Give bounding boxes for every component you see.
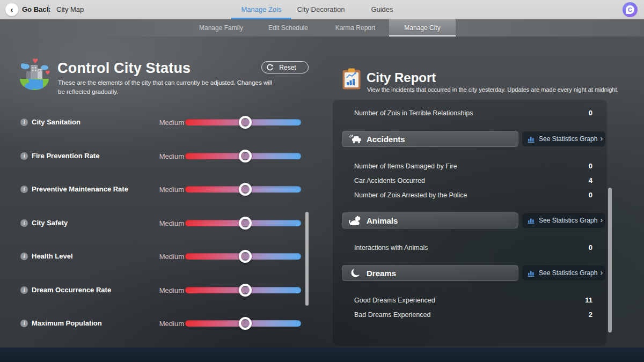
bar-chart-icon	[528, 217, 535, 224]
see-statistics-graph-label: See Statistics Graph	[539, 269, 597, 277]
chevron-right-icon: ›	[600, 216, 603, 225]
slider-track[interactable]	[185, 287, 301, 293]
chevron-right-icon: ›	[600, 269, 603, 277]
slider-label: Dream Occurrence Rate	[32, 286, 111, 294]
avatar[interactable]: C	[623, 2, 638, 17]
subtab-manage-city[interactable]: Manage City	[389, 19, 456, 36]
see-statistics-graph-button-accidents[interactable]: See Statistics Graph ›	[522, 131, 605, 146]
row-label: Good Dreams Experienced	[354, 297, 435, 304]
go-back-button[interactable]: ‹	[5, 3, 18, 16]
bar-chart-icon	[528, 136, 535, 143]
slider-label: Maximum Population	[32, 319, 102, 327]
bottom-bar	[0, 348, 644, 362]
slider-handle[interactable]	[239, 284, 252, 297]
slider-row: i Health Level Medium	[0, 248, 322, 264]
game-screen: ‹ Go Back City Map Manage Zois City Deco…	[0, 0, 644, 362]
slider-row: i Preventive Maintenance Rate Medium	[0, 181, 322, 197]
info-icon[interactable]: i	[20, 320, 28, 327]
report-row: Number of Zois Arrested by the Police0	[354, 188, 592, 202]
top-bar: ‹ Go Back City Map Manage Zois City Deco…	[0, 0, 644, 19]
section-title: Animals	[367, 216, 398, 225]
control-city-status-title: Control City Status	[57, 60, 191, 77]
slider-value: Medium	[133, 219, 184, 227]
slider-value: Medium	[133, 186, 184, 194]
slider-handle[interactable]	[239, 250, 252, 263]
info-icon[interactable]: i	[20, 219, 28, 227]
tab-guides[interactable]: Guides	[365, 0, 399, 19]
info-icon[interactable]: i	[20, 186, 28, 193]
slider-track[interactable]	[185, 253, 301, 260]
reset-icon	[267, 64, 274, 71]
see-statistics-graph-button-dreams[interactable]: See Statistics Graph ›	[522, 265, 605, 280]
report-row: Car Accidents Occurred4	[354, 173, 592, 188]
city-report-title: City Report	[367, 70, 436, 85]
section-title: Accidents	[367, 135, 405, 144]
car-crash-icon	[349, 134, 362, 144]
go-back-label[interactable]: Go Back	[22, 0, 50, 19]
dreams-rows: Good Dreams Experienced11Bad Dreams Expe…	[354, 293, 592, 322]
slider-track[interactable]	[185, 220, 301, 226]
accidents-rows: Number of Items Damaged by Fire0Car Acci…	[354, 159, 592, 202]
svg-text:♥: ♥	[45, 70, 50, 76]
info-icon[interactable]: i	[20, 119, 28, 126]
divider	[48, 5, 49, 14]
slider-handle[interactable]	[239, 217, 252, 230]
tab-manage-zois[interactable]: Manage Zois	[231, 0, 292, 19]
globe-city-icon: ♥ ♥	[18, 56, 50, 93]
report-row: Good Dreams Experienced11	[354, 293, 592, 307]
right-scrollbar[interactable]	[608, 188, 612, 333]
reset-label: Reset	[274, 64, 302, 71]
moon-icon	[349, 268, 362, 278]
chevron-right-icon: ›	[600, 135, 603, 143]
slider-track[interactable]	[185, 153, 301, 159]
svg-text:♥: ♥	[32, 57, 38, 65]
see-statistics-graph-button-animals[interactable]: See Statistics Graph ›	[522, 213, 605, 228]
info-icon[interactable]: i	[20, 253, 28, 260]
row-value: 2	[589, 311, 592, 319]
see-statistics-graph-label: See Statistics Graph	[539, 217, 597, 224]
section-header-dreams: Dreams	[342, 265, 518, 281]
cat-icon	[349, 215, 362, 226]
slider-label: City Sanitation	[32, 118, 80, 126]
info-icon[interactable]: i	[20, 286, 28, 294]
slider-value: Medium	[133, 119, 184, 127]
row-label: Number of Zois Arrested by the Police	[354, 191, 467, 199]
reset-button[interactable]: Reset	[261, 61, 309, 73]
slider-label: Preventive Maintenance Rate	[32, 185, 128, 193]
report-row: Number of Items Damaged by Fire0	[354, 159, 592, 173]
see-statistics-graph-label: See Statistics Graph	[539, 135, 597, 143]
slider-label: Fire Prevention Rate	[32, 152, 99, 160]
city-report-description: View the incidents that occurred in the …	[367, 86, 619, 93]
slider-value: Medium	[133, 320, 184, 328]
row-label: Bad Dreams Experienced	[354, 311, 430, 319]
slider-value: Medium	[133, 286, 184, 294]
city-map-button[interactable]: City Map	[56, 0, 84, 19]
slider-handle[interactable]	[239, 150, 252, 162]
chevron-left-icon: ‹	[11, 5, 13, 13]
row-value: 0	[589, 243, 592, 252]
slider-handle[interactable]	[239, 183, 252, 196]
left-scrollbar[interactable]	[305, 212, 309, 306]
slider-row: i Fire Prevention Rate Medium	[0, 148, 322, 164]
tab-city-decoration[interactable]: City Decoration	[290, 0, 352, 19]
slider-track[interactable]	[185, 119, 301, 125]
row-value: 4	[589, 176, 592, 184]
subtab-edit-schedule[interactable]: Edit Schedule	[255, 19, 321, 36]
report-row: Interactions with Animals0	[354, 240, 592, 255]
slider-handle[interactable]	[239, 317, 252, 330]
report-clipboard-icon	[342, 68, 361, 92]
row-value: 0	[589, 109, 592, 117]
slider-label: City Safety	[32, 219, 68, 227]
info-icon[interactable]: i	[20, 152, 28, 160]
subtab-manage-family[interactable]: Manage Family	[188, 19, 254, 36]
avatar-letter: C	[626, 5, 634, 14]
slider-track[interactable]	[185, 186, 301, 193]
slider-handle[interactable]	[239, 116, 252, 129]
slider-value: Medium	[133, 253, 184, 261]
slider-track[interactable]	[185, 320, 301, 327]
row-label: Interactions with Animals	[354, 244, 428, 252]
row-label: Number of Zois in Terrible Relationships	[354, 109, 473, 117]
control-city-status-description: These are the elements of the city that …	[58, 78, 279, 97]
sub-tab-bar: Manage Family Edit Schedule Karma Report…	[0, 19, 644, 36]
subtab-karma-report[interactable]: Karma Report	[322, 19, 389, 36]
